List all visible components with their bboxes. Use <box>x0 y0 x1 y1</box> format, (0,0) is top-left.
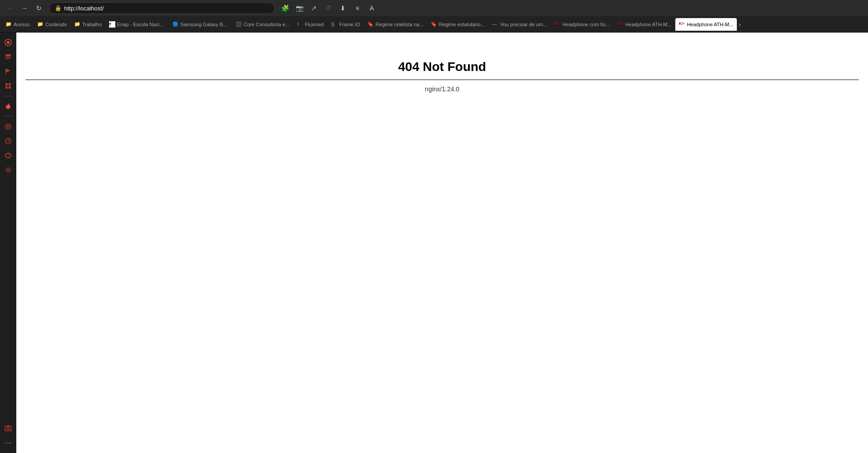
server-info: nginx/1.24.0 <box>25 85 859 93</box>
tab-favicon-vou: — <box>492 21 498 28</box>
sidebar-item-play[interactable] <box>2 120 14 133</box>
sidebar <box>0 33 16 453</box>
tab-regime1[interactable]: 🔖 Regime celetista na... <box>364 18 427 31</box>
error-heading: 404 Not Found <box>25 60 859 74</box>
tab-label-trabalho: Trabalho <box>82 22 102 27</box>
profile-button[interactable]: A <box>365 2 378 14</box>
tab-fluxmed[interactable]: ⚕ Fluxmed <box>293 18 327 31</box>
tab-label-core: Core Consultoria e... <box>244 22 289 27</box>
page-content: 404 Not Found nginx/1.24.0 <box>16 33 868 453</box>
tab-favicon-conteudo: 📁 <box>37 21 43 28</box>
sidebar-divider-2 <box>4 116 13 117</box>
tab-headphone3[interactable]: K> Headphone ATH-M... <box>675 18 737 31</box>
tab-favicon-core: ⬛ <box>236 21 242 28</box>
share-button[interactable]: ↗ <box>308 2 320 14</box>
sidebar-item-settings[interactable] <box>2 164 14 176</box>
more-tabs-button[interactable]: › <box>739 21 741 28</box>
sidebar-item-box[interactable] <box>2 149 14 162</box>
tab-favicon-headphone2: K> <box>617 21 623 28</box>
svg-rect-3 <box>5 57 11 58</box>
tab-headphone2[interactable]: K> Headphone ATH-M... <box>613 18 675 31</box>
svg-point-24 <box>9 443 11 444</box>
toolbar-right: 🧩 📷 ↗ ♡ ⬇ ≡ A <box>279 2 378 14</box>
svg-rect-9 <box>5 86 8 89</box>
browser-window: ← → ↻ 🔒 🧩 📷 ↗ ♡ ⬇ ≡ A 📁 Acesso 📁 Conteúd… <box>0 0 868 453</box>
tab-headphone1[interactable]: K> Headphone com fio... <box>551 18 614 31</box>
tab-label-enap: Enap - Escola Nacio... <box>117 22 165 27</box>
tab-favicon-regime1: 🔖 <box>367 21 374 28</box>
reload-button[interactable]: ↻ <box>33 2 45 14</box>
tab-favicon-trabalho: 📁 <box>74 21 81 28</box>
tab-label-frameio: Frame.IO <box>339 22 360 27</box>
tab-acesso[interactable]: 📁 Acesso <box>2 18 33 31</box>
tab-label-conteudo: Conteúdo <box>45 22 67 27</box>
svg-marker-12 <box>7 125 10 128</box>
svg-marker-5 <box>6 69 10 72</box>
nginx-error-page: 404 Not Found nginx/1.24.0 <box>16 33 868 102</box>
tab-label-headphone1: Headphone com fio... <box>563 22 610 27</box>
svg-point-23 <box>7 443 9 444</box>
tab-label-vou: Vou precisar de um... <box>500 22 547 27</box>
tab-enap[interactable]: e Enap - Escola Nacio... <box>105 18 169 31</box>
sidebar-item-photo[interactable] <box>2 422 14 435</box>
back-button[interactable]: ← <box>4 2 16 14</box>
svg-point-20 <box>7 428 9 430</box>
forward-button[interactable]: → <box>18 2 31 14</box>
tab-favicon-samsung: 🔵 <box>172 21 179 28</box>
tab-label-regime1: Regime celetista na... <box>375 22 423 27</box>
tab-label-acesso: Acesso <box>14 22 30 27</box>
sidebar-item-home[interactable] <box>2 36 14 49</box>
tab-favicon-regime2: 🔖 <box>431 21 437 28</box>
download-button[interactable]: ⬇ <box>337 2 349 14</box>
tab-conteudo[interactable]: 📁 Conteúdo <box>33 18 71 31</box>
bookmark-button[interactable]: ♡ <box>322 2 335 14</box>
svg-rect-7 <box>5 83 8 85</box>
sidebar-item-fire[interactable] <box>2 100 14 113</box>
tab-samsung[interactable]: 🔵 Samsung Galaxy Bo... <box>169 18 232 31</box>
extensions-button[interactable]: 🧩 <box>279 2 291 14</box>
main-area: 404 Not Found nginx/1.24.0 <box>0 33 868 453</box>
url-input[interactable] <box>64 5 269 12</box>
tab-label-regime2: Regime estatutário... <box>439 22 485 27</box>
sidebar-divider-1 <box>4 96 13 96</box>
tab-regime2[interactable]: 🔖 Regime estatutário... <box>427 18 489 31</box>
page-divider <box>25 80 859 80</box>
svg-rect-21 <box>6 425 10 426</box>
sidebar-item-flag[interactable] <box>2 65 14 78</box>
svg-rect-8 <box>9 83 11 85</box>
svg-rect-4 <box>5 59 9 60</box>
menu-button[interactable]: ≡ <box>351 2 364 14</box>
camera-button[interactable]: 📷 <box>293 2 306 14</box>
tab-favicon-fluxmed: ⚕ <box>297 21 303 28</box>
tab-favicon-headphone3: K> <box>679 21 685 28</box>
svg-point-1 <box>7 41 9 44</box>
tab-favicon-frameio: )) <box>331 21 337 28</box>
svg-point-22 <box>5 443 6 444</box>
lock-icon: 🔒 <box>55 5 62 11</box>
address-bar[interactable]: 🔒 <box>49 2 275 14</box>
tab-label-samsung: Samsung Galaxy Bo... <box>180 22 228 27</box>
tab-label-fluxmed: Fluxmed <box>305 22 324 27</box>
tab-label-headphone3: Headphone ATH-M... <box>687 22 734 27</box>
svg-rect-19 <box>5 426 11 431</box>
tabs-bar: 📁 Acesso 📁 Conteúdo 📁 Trabalho e Enap - … <box>0 16 868 33</box>
sidebar-item-clock[interactable] <box>2 135 14 147</box>
tab-favicon-headphone1: K> <box>555 21 561 28</box>
sidebar-item-more[interactable] <box>2 437 14 449</box>
svg-rect-10 <box>9 86 11 89</box>
tab-vou[interactable]: — Vou precisar de um... <box>489 18 551 31</box>
svg-line-15 <box>8 141 9 142</box>
tab-trabalho[interactable]: 📁 Trabalho <box>71 18 105 31</box>
browser-topbar: ← → ↻ 🔒 🧩 📷 ↗ ♡ ⬇ ≡ A <box>0 0 868 16</box>
tab-favicon-enap: e <box>109 21 115 28</box>
sidebar-item-grid[interactable] <box>2 80 14 92</box>
tab-label-headphone2: Headphone ATH-M... <box>625 22 672 27</box>
tab-favicon-acesso: 📁 <box>5 21 12 28</box>
svg-point-18 <box>7 169 9 171</box>
svg-rect-2 <box>5 54 11 56</box>
sidebar-item-layer[interactable] <box>2 51 14 63</box>
tab-frameio[interactable]: )) Frame.IO <box>327 18 364 31</box>
tab-core[interactable]: ⬛ Core Consultoria e... <box>232 18 293 31</box>
